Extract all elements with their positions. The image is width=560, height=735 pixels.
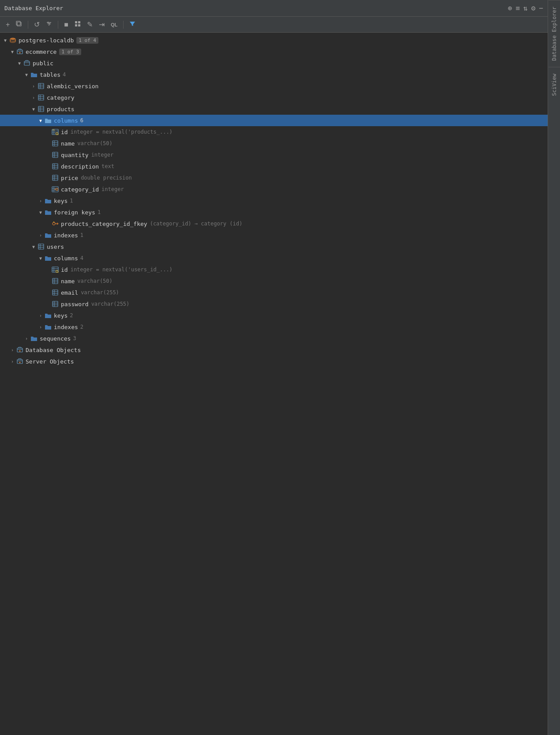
app-title: Database Explorer (4, 5, 63, 11)
tree-item-products-price[interactable]: price double precision (0, 172, 548, 184)
side-panel: Database Explorer SciView (548, 0, 560, 735)
chevron-postgres-localdb[interactable]: ▼ (2, 37, 9, 44)
products-indexes-label: indexes (54, 232, 78, 239)
chevron-users-indexes[interactable]: › (37, 323, 44, 330)
side-tab-sciview[interactable]: SciView (549, 67, 560, 102)
tables-folder-icon (30, 71, 38, 79)
tree-item-users-password[interactable]: password varchar(255) (0, 298, 548, 310)
chevron-alembic[interactable]: › (30, 82, 37, 90)
tree-item-products-name[interactable]: name varchar(50) (0, 138, 548, 149)
tree-item-users[interactable]: ▼ users (0, 241, 548, 252)
chevron-category[interactable]: › (30, 94, 37, 101)
tree-item-products-fkey-1[interactable]: products_category_id_fkey (category_id) … (0, 218, 548, 229)
tree-item-products-foreign-keys[interactable]: ▼ foreign keys 1 (0, 206, 548, 218)
svg-point-56 (53, 222, 55, 225)
tree-item-sequences[interactable]: › sequences 3 (0, 333, 548, 344)
tree-item-products-id[interactable]: PK id integer = nextval('products_...) (0, 126, 548, 138)
tree-item-users-email[interactable]: email varchar(255) (0, 287, 548, 298)
svg-point-11 (10, 38, 15, 40)
settings-icon[interactable]: ⚙ (531, 4, 536, 12)
tree-item-users-indexes[interactable]: › indexes 2 (0, 321, 548, 333)
chevron-public[interactable]: ▼ (16, 60, 23, 67)
tree-item-tables[interactable]: ▼ tables 4 (0, 69, 548, 80)
tree-item-database-objects[interactable]: › Database Objects (0, 344, 548, 356)
add-button[interactable]: + (4, 19, 12, 30)
tree-item-products-keys[interactable]: › keys 1 (0, 195, 548, 206)
schema-group-icon (16, 48, 24, 56)
tree-item-products-indexes[interactable]: › indexes 1 (0, 229, 548, 241)
filter-properties-button[interactable] (44, 19, 54, 30)
users-id-type: integer = nextval('users_id_...) (71, 266, 173, 273)
chevron-sequences[interactable]: › (23, 335, 30, 342)
chevron-products-columns[interactable]: ▼ (37, 117, 44, 124)
tree-item-ecommerce[interactable]: ▼ ecommerce 1 of 3 (0, 46, 548, 57)
tree-item-products-category-id[interactable]: category_id integer (0, 184, 548, 195)
svg-rect-23 (38, 106, 44, 112)
svg-rect-19 (38, 95, 44, 100)
server-objects-icon (16, 357, 24, 365)
filter-button[interactable] (127, 19, 138, 30)
chevron-products-indexes[interactable]: › (37, 232, 44, 239)
sequences-folder-icon (30, 334, 38, 342)
chevron-products-fkeys[interactable]: ▼ (37, 209, 44, 216)
tree-item-public[interactable]: ▼ public (0, 57, 548, 69)
tree-item-server-objects[interactable]: › Server Objects (0, 356, 548, 367)
users-indexes-label: indexes (54, 324, 78, 330)
copy-button[interactable] (14, 19, 24, 30)
alembic-table-icon (37, 82, 45, 90)
tree-item-users-name[interactable]: name varchar(50) (0, 275, 548, 287)
products-description-label: description (61, 163, 99, 170)
globe-icon[interactable]: ⊕ (508, 4, 512, 12)
tree-item-category[interactable]: › category (0, 92, 548, 103)
chevron-server-objects[interactable]: › (9, 358, 16, 365)
postgres-localdb-badge: 1 of 4 (76, 37, 98, 44)
stop-button[interactable]: ■ (62, 19, 71, 30)
tree-item-products-quantity[interactable]: quantity integer (0, 149, 548, 161)
tree-item-users-columns[interactable]: ▼ columns 4 (0, 252, 548, 264)
products-quantity-type: integer (91, 152, 114, 158)
chevron-users-keys[interactable]: › (37, 312, 44, 319)
ecommerce-label: ecommerce (26, 49, 56, 55)
alembic-label: alembic_version (47, 83, 98, 90)
products-label: products (47, 106, 75, 112)
users-password-label: password (61, 301, 89, 308)
chevron-tables[interactable]: ▼ (23, 71, 30, 78)
products-fkeys-label: foreign keys (54, 209, 95, 216)
products-columns-count: 6 (80, 117, 83, 124)
sequences-label: sequences (40, 335, 71, 342)
tree-item-users-id[interactable]: id integer = nextval('users_id_...) (0, 264, 548, 275)
chevron-users-columns[interactable]: ▼ (37, 255, 44, 262)
edit-button[interactable]: ✎ (85, 19, 95, 30)
tree-container[interactable]: ▼ postgres-localdb 1 of 4 ▼ (0, 33, 548, 735)
svg-point-84 (19, 350, 21, 352)
sequences-count: 3 (73, 335, 76, 341)
products-name-type: varchar(50) (77, 140, 112, 146)
tree-item-users-keys[interactable]: › keys 2 (0, 310, 548, 321)
query-button[interactable]: QL (109, 21, 120, 29)
database-objects-label: Database Objects (26, 347, 81, 353)
jump-button[interactable]: ⇥ (97, 19, 107, 30)
chevron-products[interactable]: ▼ (30, 105, 37, 112)
tree-item-products-description[interactable]: description text (0, 161, 548, 172)
users-columns-folder-icon (44, 254, 52, 262)
collapse-icon[interactable]: ⇅ (523, 4, 528, 12)
chevron-users[interactable]: ▼ (30, 243, 37, 250)
minimize-icon[interactable]: − (539, 4, 543, 12)
tree-item-products[interactable]: ▼ products (0, 103, 548, 115)
tree-item-alembic-version[interactable]: › alembic_version (0, 80, 548, 92)
products-columns-folder-icon (44, 116, 52, 124)
tree-item-postgres-localdb[interactable]: ▼ postgres-localdb 1 of 4 (0, 34, 548, 46)
tree-item-products-columns[interactable]: ▼ columns 6 (0, 115, 548, 126)
products-price-type: double precision (81, 175, 132, 181)
side-tab-database-explorer[interactable]: Database Explorer (549, 0, 560, 67)
refresh-button[interactable]: ↺ (32, 19, 42, 30)
chevron-database-objects[interactable]: › (9, 346, 16, 353)
products-fkeys-folder-icon (44, 208, 52, 216)
chevron-ecommerce[interactable]: ▼ (9, 48, 16, 55)
chevron-products-keys[interactable]: › (37, 197, 44, 204)
grid-button[interactable] (72, 19, 83, 30)
ecommerce-badge: 1 of 3 (59, 49, 81, 55)
users-columns-label: columns (54, 255, 78, 262)
layout-icon[interactable]: ≡ (515, 4, 520, 12)
fkey-icon (51, 220, 59, 228)
